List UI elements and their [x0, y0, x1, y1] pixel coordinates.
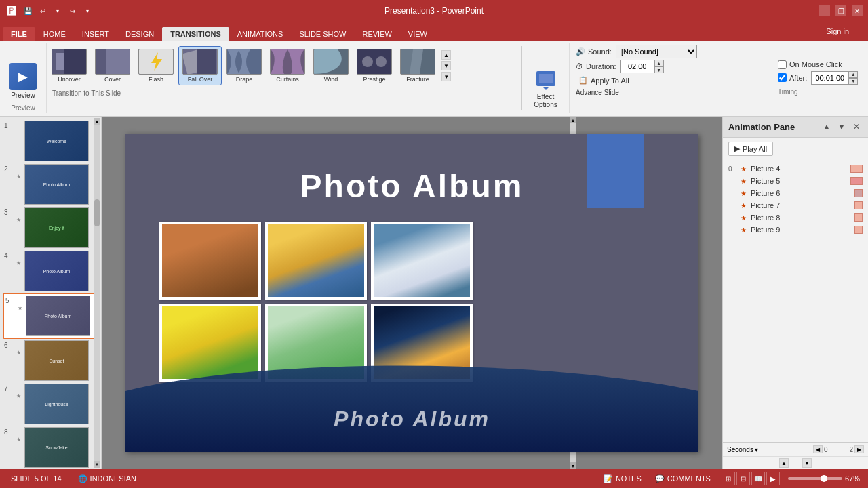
anim-scroll-row: ▲ ▼ — [779, 458, 812, 468]
tab-insert[interactable]: INSERT — [74, 27, 117, 41]
tab-home[interactable]: HOME — [35, 27, 74, 41]
save-button[interactable]: 💾 — [22, 5, 34, 17]
reading-view-btn[interactable]: 📖 — [751, 472, 765, 485]
normal-view-btn[interactable]: ⊞ — [722, 472, 735, 485]
photo-penguins — [374, 224, 470, 297]
scroll-up-arrow[interactable]: ▲ — [441, 50, 451, 60]
slide-thumb-4[interactable]: 4 ★ Photo Album — [3, 249, 98, 293]
play-all-label: Play All — [743, 145, 767, 153]
canvas-vscroll-up[interactable]: ▲ — [570, 117, 576, 123]
transition-drape[interactable]: Drape — [223, 47, 265, 85]
anim-row-picture4[interactable]: 0 ★ Picture 4 — [723, 163, 868, 175]
photo-frame-2[interactable] — [265, 222, 367, 300]
play-icon: ▶ — [734, 144, 740, 153]
photo-frame-1[interactable] — [159, 222, 261, 300]
tab-animations[interactable]: ANIMATIONS — [229, 27, 292, 41]
slide-thumb-5[interactable]: 5 ★ Photo Album — [3, 293, 98, 339]
anim-row-picture6[interactable]: ★ Picture 6 — [723, 187, 868, 199]
svg-rect-21 — [539, 74, 553, 83]
anim-move-up-button[interactable]: ▲ — [821, 121, 833, 133]
duration-down-btn[interactable]: ▼ — [654, 66, 664, 73]
tab-file[interactable]: FILE — [3, 27, 35, 41]
anim-scroll-up-btn[interactable]: ▲ — [779, 458, 789, 468]
language-indicator[interactable]: 🌐 INDONESIAN — [75, 473, 139, 485]
minimize-button[interactable]: — — [819, 5, 830, 16]
cover-label: Cover — [104, 76, 121, 83]
slide-thumb-2[interactable]: 2 ★ Photo Album — [3, 163, 98, 206]
slide-mini-text-6: Sunset — [48, 357, 66, 365]
seconds-dropdown[interactable]: Seconds ▾ — [727, 446, 758, 453]
after-up-btn[interactable]: ▲ — [848, 71, 858, 78]
effect-options-button[interactable]: EffectOptions — [528, 66, 564, 112]
duration-up-btn[interactable]: ▲ — [654, 60, 664, 66]
apply-all-button[interactable]: 📋 Apply To All — [576, 75, 632, 86]
anim-row-picture8[interactable]: ★ Picture 8 — [723, 211, 868, 224]
transition-uncover[interactable]: Uncover — [48, 47, 90, 85]
redo-button[interactable]: ↪ — [66, 5, 79, 17]
slide-thumb-1[interactable]: 1 Welcome — [3, 119, 98, 163]
tab-transitions[interactable]: TRANSITIONS — [162, 27, 229, 41]
panel-scroll-down[interactable]: ▼ — [94, 461, 100, 468]
transition-fallover[interactable]: Fall Over — [178, 46, 222, 85]
slide-stage-svg — [125, 357, 698, 452]
anim-row-picture9[interactable]: ★ Picture 9 — [723, 224, 868, 236]
slide-panel-scrollbar[interactable] — [94, 118, 100, 468]
zoom-slider[interactable] — [788, 477, 842, 480]
svg-rect-9 — [197, 49, 216, 74]
scrollbar-thumb[interactable] — [94, 199, 100, 226]
scroll-down-arrow[interactable]: ▼ — [441, 61, 451, 70]
slide-thumb-3[interactable]: 3 ★ Enjoy it — [3, 206, 98, 249]
undo-button[interactable]: ↩ — [37, 5, 49, 17]
after-spinner-btns: ▲ ▼ — [848, 71, 858, 85]
play-all-button[interactable]: ▶ Play All — [728, 142, 773, 156]
more-button[interactable]: ▾ — [81, 5, 94, 17]
signin-link[interactable]: Sign in — [818, 24, 857, 38]
anim-move-down-button[interactable]: ▼ — [835, 121, 848, 133]
transition-prestige[interactable]: Prestige — [353, 47, 395, 85]
undo-dropdown[interactable]: ▾ — [52, 5, 64, 17]
after-down-btn[interactable]: ▼ — [848, 78, 858, 85]
slide-thumb-6[interactable]: 6 ★ Sunset — [3, 339, 98, 382]
transition-list: Uncover Cover — [47, 43, 440, 88]
transition-wind[interactable]: Wind — [310, 47, 352, 85]
canvas-vscroll-down[interactable]: ▼ — [570, 462, 576, 469]
transition-fracture[interactable]: Fracture — [397, 47, 439, 85]
slide-sorter-btn[interactable]: ⊟ — [736, 472, 750, 485]
duration-input[interactable]: 02,00 — [620, 60, 654, 73]
anim-scroll-down-btn[interactable]: ▼ — [802, 458, 812, 468]
slide-thumb-7[interactable]: 7 ★ Lighthouse — [3, 382, 98, 426]
notes-button[interactable]: 📝 NOTES — [601, 473, 644, 485]
mouse-click-label[interactable]: On Mouse Click — [778, 60, 842, 69]
transition-flash[interactable]: Flash — [135, 47, 177, 85]
tab-design[interactable]: DESIGN — [117, 27, 162, 41]
after-label[interactable]: After: — [778, 73, 807, 82]
sound-select[interactable]: [No Sound] — [616, 45, 697, 58]
anim-row-picture7[interactable]: ★ Picture 7 — [723, 199, 868, 211]
timeline-left-arrow[interactable]: ◀ — [813, 445, 823, 453]
comments-button[interactable]: 💬 COMMENTS — [652, 473, 713, 485]
photo-frame-3[interactable] — [371, 222, 473, 300]
panel-scroll-up[interactable]: ▲ — [94, 118, 100, 125]
scroll-more-arrow[interactable]: ▾ — [441, 72, 451, 81]
transition-cover[interactable]: Cover — [92, 47, 134, 85]
after-checkbox[interactable] — [778, 73, 787, 82]
tab-slideshow[interactable]: SLIDE SHOW — [291, 27, 354, 41]
slide-canvas: Photo Album — [125, 134, 698, 452]
advance-slide-label: Advance Slide — [576, 87, 768, 98]
after-input[interactable]: 00:01,00 — [811, 71, 848, 85]
preview-button[interactable]: ▶ Preview — [5, 60, 41, 102]
transition-curtains[interactable]: Curtains — [267, 47, 309, 85]
tab-review[interactable]: REVIEW — [354, 27, 399, 41]
close-button[interactable]: ✕ — [852, 5, 863, 16]
drape-icon — [226, 49, 262, 75]
slide-indicators-2: ★ — [15, 164, 22, 180]
animation-pane-title: Animation Pane — [728, 122, 795, 132]
anim-row-picture5[interactable]: ★ Picture 5 — [723, 175, 868, 187]
restore-button[interactable]: ❐ — [835, 5, 846, 16]
anim-num-0: 0 — [728, 165, 736, 173]
slide-thumb-8[interactable]: 8 ★ Snowflake — [3, 426, 98, 469]
slideshow-btn[interactable]: ▶ — [766, 472, 780, 485]
tab-view[interactable]: VIEW — [400, 27, 435, 41]
mouse-click-checkbox[interactable] — [778, 60, 787, 69]
fallover-icon — [182, 49, 218, 75]
